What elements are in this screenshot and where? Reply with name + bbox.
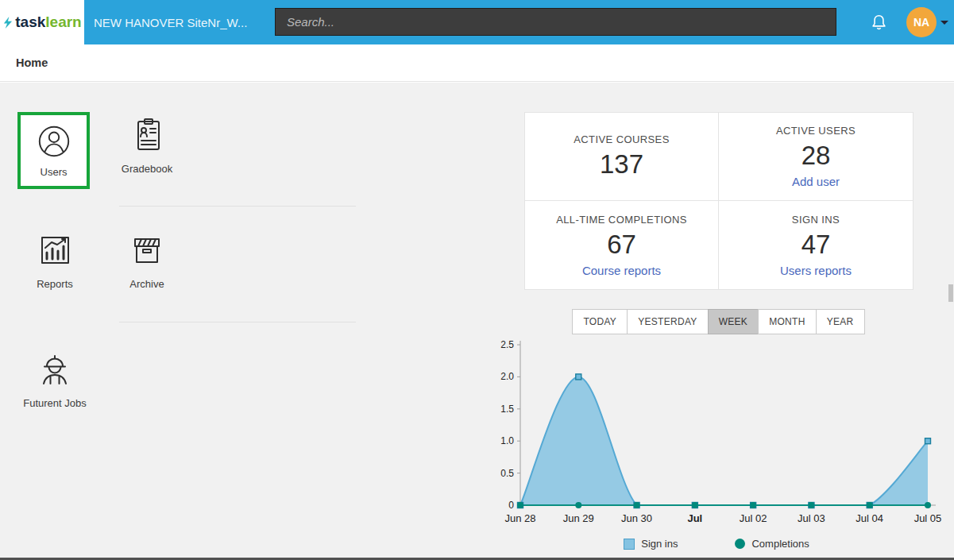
activity-chart: 00.51.01.52.02.5Jun 28Jun 29Jun 30JulJul… bbox=[486, 338, 947, 550]
tile-label: Gradebook bbox=[122, 163, 172, 175]
svg-text:Jun 28: Jun 28 bbox=[504, 512, 535, 524]
stat-value: 67 bbox=[607, 230, 636, 260]
range-week-button[interactable]: WEEK bbox=[708, 309, 759, 334]
search-input[interactable] bbox=[275, 8, 836, 36]
svg-text:0: 0 bbox=[508, 500, 514, 511]
gradebook-icon bbox=[128, 116, 166, 154]
svg-text:2.5: 2.5 bbox=[500, 339, 514, 350]
range-yesterday-button[interactable]: YESTERDAY bbox=[627, 309, 709, 334]
avatar[interactable]: NA bbox=[906, 7, 937, 37]
breadcrumb: Home bbox=[0, 44, 954, 82]
reports-icon bbox=[36, 231, 74, 269]
svg-text:Jun 29: Jun 29 bbox=[563, 512, 594, 524]
site-name[interactable]: NEW HANOVER SiteNr_W... bbox=[94, 16, 268, 29]
tile-reports[interactable]: Reports bbox=[18, 231, 91, 290]
logo-text: tasklearn bbox=[15, 14, 81, 31]
signins-chart-canvas: 00.51.01.52.02.5Jun 28Jun 29Jun 30JulJul… bbox=[486, 338, 947, 527]
tile-label: Futurent Jobs bbox=[23, 397, 87, 409]
add-user-link[interactable]: Add user bbox=[792, 175, 840, 188]
tile-label: Users bbox=[41, 166, 68, 178]
tile-archive[interactable]: Archive bbox=[110, 231, 183, 290]
date-range-toggle: TODAY YESTERDAY WEEK MONTH YEAR bbox=[524, 309, 913, 334]
users-reports-link[interactable]: Users reports bbox=[780, 264, 852, 277]
range-month-button[interactable]: MONTH bbox=[758, 309, 817, 334]
divider bbox=[119, 206, 356, 207]
stat-sign-ins: SIGN INS 47 Users reports bbox=[719, 201, 913, 290]
stats-panel: ACTIVE COURSES 137 ACTIVE USERS 28 Add u… bbox=[524, 112, 913, 290]
course-reports-link[interactable]: Course reports bbox=[582, 264, 661, 277]
archive-icon bbox=[128, 231, 166, 269]
bell-icon bbox=[871, 14, 887, 32]
legend-label: Sign ins bbox=[641, 538, 678, 550]
users-icon bbox=[36, 123, 72, 160]
vertical-scrollbar[interactable] bbox=[948, 284, 953, 302]
stat-all-time-completions: ALL-TIME COMPLETIONS 67 Course reports bbox=[524, 201, 719, 290]
profile-menu-caret-icon[interactable] bbox=[940, 21, 948, 25]
tile-futurent-jobs[interactable]: Futurent Jobs bbox=[18, 350, 91, 409]
app-logo[interactable]: tasklearn bbox=[0, 0, 84, 44]
stat-label: SIGN INS bbox=[792, 214, 840, 226]
svg-text:Jul 03: Jul 03 bbox=[798, 512, 825, 524]
stat-label: ACTIVE USERS bbox=[776, 125, 856, 137]
tile-gradebook[interactable]: Gradebook bbox=[110, 116, 183, 175]
search-bar bbox=[275, 8, 836, 36]
breadcrumb-home[interactable]: Home bbox=[16, 56, 48, 69]
logo-bolt-icon bbox=[2, 17, 13, 29]
svg-text:Jul 05: Jul 05 bbox=[914, 512, 942, 524]
svg-text:2.0: 2.0 bbox=[500, 371, 514, 382]
svg-text:Jul 04: Jul 04 bbox=[856, 512, 883, 524]
svg-text:Jul 02: Jul 02 bbox=[740, 512, 767, 524]
stat-active-courses: ACTIVE COURSES 137 bbox=[524, 112, 719, 201]
tile-users[interactable]: Users bbox=[17, 112, 90, 189]
worker-icon bbox=[36, 350, 74, 388]
range-today-button[interactable]: TODAY bbox=[572, 309, 628, 334]
stat-label: ALL-TIME COMPLETIONS bbox=[556, 214, 687, 226]
completions-swatch-icon bbox=[735, 539, 745, 549]
legend-completions: Completions bbox=[735, 538, 809, 550]
divider bbox=[119, 322, 356, 322]
svg-text:0.5: 0.5 bbox=[500, 468, 514, 479]
svg-text:Jun 30: Jun 30 bbox=[621, 512, 652, 524]
svg-text:1.0: 1.0 bbox=[500, 435, 514, 446]
svg-text:Jul: Jul bbox=[687, 512, 702, 524]
svg-text:1.5: 1.5 bbox=[500, 404, 514, 415]
legend-sign-ins: Sign ins bbox=[624, 538, 678, 550]
stat-label: ACTIVE COURSES bbox=[574, 133, 669, 145]
stat-value: 28 bbox=[801, 141, 831, 171]
chart-legend: Sign ins Completions bbox=[486, 538, 947, 550]
notifications-button[interactable] bbox=[869, 13, 888, 32]
tile-label: Reports bbox=[37, 278, 73, 290]
tile-label: Archive bbox=[129, 278, 164, 290]
range-year-button[interactable]: YEAR bbox=[816, 309, 865, 334]
stat-active-users: ACTIVE USERS 28 Add user bbox=[719, 112, 913, 201]
stat-value: 137 bbox=[600, 149, 643, 180]
top-header: tasklearn NEW HANOVER SiteNr_W... NA bbox=[0, 0, 954, 44]
stat-value: 47 bbox=[801, 230, 831, 260]
legend-label: Completions bbox=[751, 538, 809, 550]
main-content: Users Gradebook Reports bbox=[0, 83, 954, 558]
sign-ins-swatch-icon bbox=[624, 539, 635, 550]
